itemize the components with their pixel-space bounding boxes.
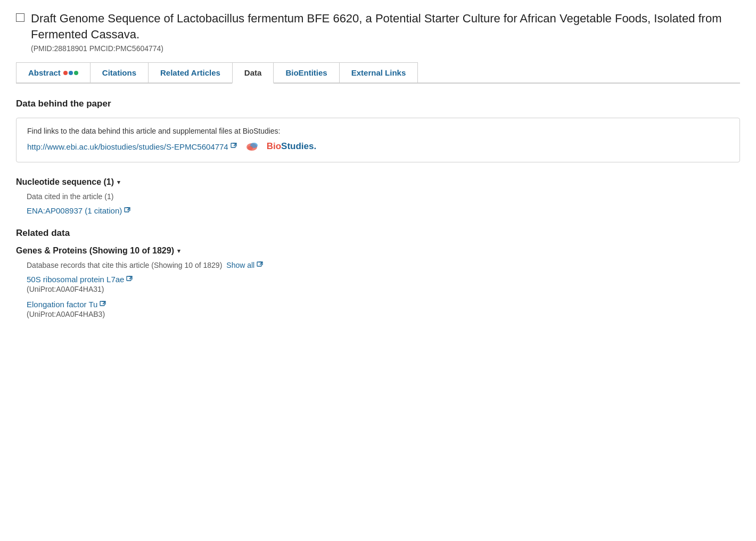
related-data-title: Related data xyxy=(16,228,740,239)
db-records-row: Database records that cite this article … xyxy=(27,261,740,269)
tab-bar: Abstract Citations Related Articles Data… xyxy=(16,62,740,84)
db-records-text: Database records that cite this article … xyxy=(27,261,222,269)
external-link-icon xyxy=(231,143,237,150)
nucleotide-chevron-icon[interactable]: ▾ xyxy=(117,179,120,186)
biostudies-link-row: http://www.ebi.ac.uk/biostudies/studies/… xyxy=(27,140,729,153)
tab-data[interactable]: Data xyxy=(232,62,274,84)
genes-proteins-title: Genes & Proteins (Showing 10 of 1829) ▾ xyxy=(16,246,740,256)
show-all-label: Show all xyxy=(226,261,254,269)
tab-related-articles[interactable]: Related Articles xyxy=(148,62,233,83)
related-data-section: Related data Genes & Proteins (Showing 1… xyxy=(16,228,740,318)
tab-bioentities-label: BioEntities xyxy=(285,68,327,77)
article-title: Draft Genome Sequence of Lactobacillus f… xyxy=(31,11,740,42)
show-all-external-icon xyxy=(257,261,263,269)
nucleotide-sequence-section: Nucleotide sequence (1) ▾ Data cited in … xyxy=(16,177,740,215)
nucleotide-sequence-title: Nucleotide sequence (1) ▾ xyxy=(16,177,740,187)
biostudies-logo-text: BioStudies. xyxy=(267,141,317,152)
gene-item-2: Elongation factor Tu (UniProt:A0A0F4HAB3… xyxy=(27,300,740,318)
genes-proteins-section: Genes & Proteins (Showing 10 of 1829) ▾ … xyxy=(16,246,740,318)
data-behind-paper-title: Data behind the paper xyxy=(16,99,740,109)
biostudies-logo: BioStudies. xyxy=(244,140,317,153)
tab-citations[interactable]: Citations xyxy=(90,62,149,83)
gene-item-1: 50S ribosomal protein L7ae (UniProt:A0A0… xyxy=(27,275,740,293)
ena-link-text: ENA:AP008937 (1 citation) xyxy=(27,206,122,215)
data-behind-paper-section: Data behind the paper Find links to the … xyxy=(16,99,740,162)
show-all-link[interactable]: Show all xyxy=(226,261,263,269)
tab-external-links[interactable]: External Links xyxy=(339,62,418,83)
gene-id-1: (UniProt:A0A0F4HA31) xyxy=(27,285,740,293)
genes-chevron-icon[interactable]: ▾ xyxy=(177,248,180,255)
ena-link-item: ENA:AP008937 (1 citation) xyxy=(27,206,740,215)
abstract-icon xyxy=(63,71,78,75)
gene-link-2[interactable]: Elongation factor Tu xyxy=(27,300,106,309)
biostudies-link[interactable]: http://www.ebi.ac.uk/biostudies/studies/… xyxy=(27,142,237,151)
gene-label-1: 50S ribosomal protein L7ae xyxy=(27,275,124,284)
gene-link-1[interactable]: 50S ribosomal protein L7ae xyxy=(27,275,133,284)
gene-label-2: Elongation factor Tu xyxy=(27,300,97,309)
tab-bioentities[interactable]: BioEntities xyxy=(273,62,339,83)
tab-citations-label: Citations xyxy=(102,68,136,77)
svg-point-3 xyxy=(248,146,253,150)
biostudies-logo-svg xyxy=(244,140,267,153)
tab-external-links-label: External Links xyxy=(351,68,406,77)
nucleotide-sub-desc: Data cited in the article (1) xyxy=(27,192,740,201)
biostudies-description: Find links to the data behind this artic… xyxy=(27,127,729,135)
tab-abstract[interactable]: Abstract xyxy=(16,62,91,83)
tab-related-articles-label: Related Articles xyxy=(160,68,220,77)
gene-id-2: (UniProt:A0A0F4HAB3) xyxy=(27,310,740,318)
biostudies-box: Find links to the data behind this artic… xyxy=(16,118,740,162)
gene-external-icon-1 xyxy=(126,275,133,284)
article-header: Draft Genome Sequence of Lactobacillus f… xyxy=(16,11,740,53)
ena-link[interactable]: ENA:AP008937 (1 citation) xyxy=(27,206,130,215)
article-info: Draft Genome Sequence of Lactobacillus f… xyxy=(31,11,740,53)
article-checkbox[interactable] xyxy=(16,13,24,22)
ena-external-icon xyxy=(124,207,130,215)
biostudies-link-text: http://www.ebi.ac.uk/biostudies/studies/… xyxy=(27,142,228,151)
tab-data-label: Data xyxy=(244,68,262,77)
tab-abstract-label: Abstract xyxy=(28,68,61,77)
article-ids: (PMID:28818901 PMCID:PMC5604774) xyxy=(31,44,740,53)
gene-external-icon-2 xyxy=(100,300,106,309)
